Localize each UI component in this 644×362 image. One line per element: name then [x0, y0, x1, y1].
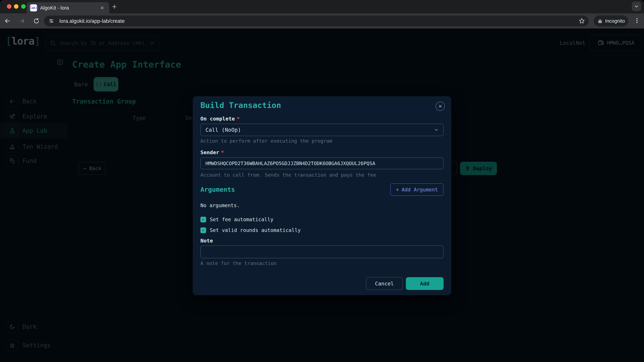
set-valid-rounds-label: Set valid rounds automatically [210, 227, 301, 233]
web-page: [lora] LocalNet HMWD…PQSA [0, 28, 644, 362]
add-argument-button[interactable]: + Add Argument [390, 183, 444, 196]
sender-label: Sender* [200, 149, 444, 155]
note-input[interactable] [200, 246, 444, 258]
on-complete-label: On complete* [200, 116, 444, 121]
on-complete-helper: Action to perform after executing the pr… [200, 138, 444, 143]
tab-favicon: [ak] [30, 4, 37, 11]
arguments-header-row: Arguments + Add Argument [200, 183, 444, 196]
tab-search-chevron-icon[interactable] [632, 2, 641, 11]
incognito-badge: Incognito [594, 15, 628, 26]
back-icon[interactable] [4, 18, 11, 24]
browser-tabstrip: [ak] AlgoKit - lora [0, 0, 644, 13]
sender-helper: Account to call from. Sends the transact… [200, 172, 444, 177]
browser-toolbar: lora.algokit.io/app-lab/create Incognito [0, 13, 644, 28]
browser-window: [ak] AlgoKit - lora lora.algokit.io/a [0, 0, 644, 362]
on-complete-select[interactable]: Call (NoOp) [200, 124, 444, 136]
plus-icon: + [396, 187, 399, 193]
incognito-icon [597, 18, 603, 24]
chevron-down-icon [434, 127, 439, 132]
macos-zoom-button[interactable] [21, 4, 26, 9]
macos-minimize-button[interactable] [14, 4, 18, 9]
add-button[interactable]: Add [406, 277, 444, 290]
set-fee-label: Set fee automatically [210, 217, 273, 222]
sender-input[interactable] [200, 157, 444, 169]
set-valid-rounds-checkbox-row[interactable]: ✓ Set valid rounds automatically [200, 227, 444, 233]
checkbox-checked-icon[interactable]: ✓ [200, 227, 206, 233]
close-icon[interactable] [436, 102, 445, 111]
set-fee-checkbox-row[interactable]: ✓ Set fee automatically [200, 217, 444, 222]
modal-title: Build Transaction [200, 101, 444, 109]
required-asterisk: * [236, 116, 240, 122]
site-info-icon[interactable] [48, 18, 54, 24]
tab-close-icon[interactable] [100, 5, 104, 10]
build-transaction-modal: Build Transaction On complete* Call (NoO… [193, 96, 451, 295]
browser-tab[interactable]: [ak] AlgoKit - lora [27, 2, 109, 13]
tab-title: AlgoKit - lora [40, 5, 69, 11]
bookmark-star-icon[interactable] [578, 18, 585, 24]
new-tab-icon[interactable] [111, 3, 118, 10]
forward-icon[interactable] [19, 18, 25, 24]
checkbox-checked-icon[interactable]: ✓ [200, 217, 206, 222]
browser-menu-icon[interactable] [634, 17, 640, 24]
reload-icon[interactable] [33, 18, 40, 24]
modal-footer: Cancel Add [200, 277, 444, 290]
cancel-button[interactable]: Cancel [366, 277, 403, 290]
incognito-label: Incognito [605, 18, 625, 24]
note-helper: A note for the transaction [200, 261, 444, 266]
on-complete-value: Call (NoOp) [206, 127, 241, 133]
no-arguments-text: No arguments. [200, 203, 444, 208]
arguments-heading: Arguments [200, 186, 235, 193]
note-label: Note [200, 238, 444, 244]
url-bar[interactable]: lora.algokit.io/app-lab/create [44, 15, 589, 26]
macos-close-button[interactable] [7, 4, 12, 9]
required-asterisk: * [221, 149, 224, 155]
url-text: lora.algokit.io/app-lab/create [59, 18, 124, 24]
